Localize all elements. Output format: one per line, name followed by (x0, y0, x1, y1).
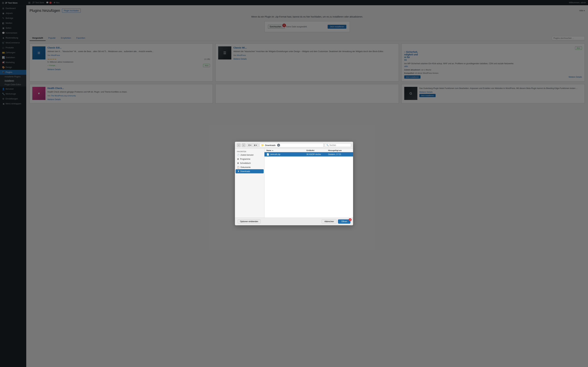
col-date-header: Hinzugefügt am (328, 150, 351, 151)
search-input[interactable] (329, 144, 346, 146)
location-label: Downloads (265, 144, 276, 146)
nav-item-programme[interactable]: 🖥 Programme (235, 157, 264, 161)
zip-file-icon: 📄 (267, 153, 269, 156)
file-kind-zenrush: ZIP-Archiv (312, 153, 328, 156)
open-badge: 3 (349, 218, 352, 221)
file-name-zenrush: 📄 zenrush.zip (267, 153, 299, 156)
schreibtisch-icon: 🖥 (237, 162, 239, 164)
files-list: 📄 zenrush.zip 38 KB ZIP-Archiv Gestern, … (264, 152, 353, 217)
file-dialog-overlay: ‹ › ☰ ▾ ⊞ ▾ 📁 Downloads ✕ 🔍 Favoriten (0, 0, 588, 367)
file-dialog: ‹ › ☰ ▾ ⊞ ▾ 📁 Downloads ✕ 🔍 Favoriten (235, 142, 353, 225)
zuletzt-icon: 🕐 (237, 154, 240, 156)
location-bar: 📁 Downloads ✕ (260, 143, 324, 147)
file-date-zenrush: Gestern, 17:21 (328, 153, 351, 156)
downloads-icon: ⬇ (238, 170, 239, 173)
sort-icon: ▲ (272, 150, 274, 151)
search-icon: 🔍 (326, 144, 329, 146)
back-button[interactable]: ‹ (237, 143, 241, 147)
file-dialog-sidebar: Favoriten 🕐 Zuletzt benutzt 🖥 Programme … (235, 149, 264, 217)
dokumente-icon: 📋 (237, 166, 240, 168)
forward-button[interactable]: › (242, 143, 245, 147)
location-folder-icon: 📁 (261, 144, 264, 146)
footer-actions: Abbrechen Öffnen 3 (321, 219, 350, 224)
file-dialog-footer: Optionen einblenden Abbrechen Öffnen 3 (235, 217, 353, 225)
search-bar: 🔍 (325, 143, 351, 147)
files-header: Name ▲ Größe Art Hinzugefügt am (264, 149, 353, 152)
nav-item-downloads[interactable]: ⬇ Downloads (236, 169, 264, 173)
file-row-zenrush[interactable]: 📄 zenrush.zip 38 KB ZIP-Archiv Gestern, … (264, 152, 353, 157)
nav-item-dokumente[interactable]: 📋 Dokumente (235, 165, 264, 169)
programme-icon: 🖥 (237, 158, 239, 160)
list-view-button[interactable]: ☰ ▾ (247, 144, 253, 147)
file-dialog-toolbar: ‹ › ☰ ▾ ⊞ ▾ 📁 Downloads ✕ 🔍 (235, 142, 353, 149)
view-toggle: ☰ ▾ ⊞ ▾ (247, 143, 258, 147)
nav-item-zuletzt[interactable]: 🕐 Zuletzt benutzt (235, 153, 264, 157)
cancel-button[interactable]: Abbrechen (321, 219, 337, 224)
col-kind-header: Art (312, 150, 328, 151)
col-size-header: Größe (299, 150, 312, 151)
col-name-header[interactable]: Name ▲ (267, 150, 299, 151)
icon-view-button[interactable]: ⊞ ▾ (253, 144, 258, 147)
open-button[interactable]: Öffnen 3 (338, 219, 350, 224)
files-panel: Name ▲ Größe Art Hinzugefügt am 📄 zenrus… (264, 149, 353, 217)
nav-item-schreibtisch[interactable]: 🖥 Schreibtisch (235, 161, 264, 165)
location-badge: ✕ (277, 144, 280, 147)
file-size-zenrush: 38 KB (299, 153, 312, 156)
file-dialog-body: Favoriten 🕐 Zuletzt benutzt 🖥 Programme … (235, 149, 353, 217)
favorites-label: Favoriten (235, 150, 264, 153)
options-button[interactable]: Optionen einblenden (238, 219, 261, 224)
